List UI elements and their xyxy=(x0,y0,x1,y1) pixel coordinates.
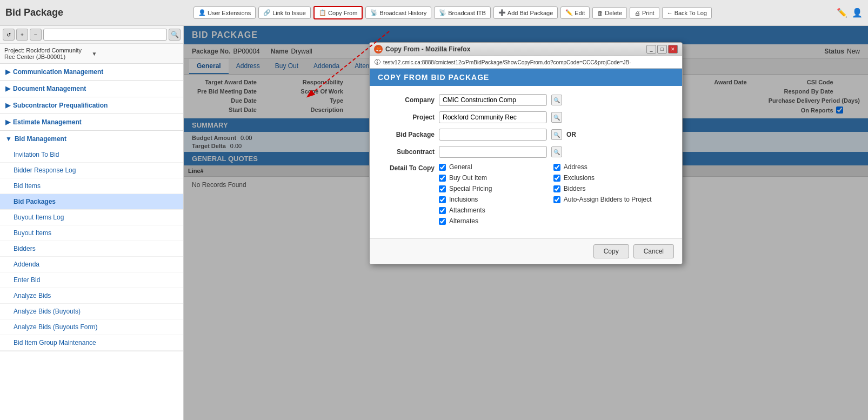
broadcast-itb-icon: 📡 xyxy=(439,9,446,16)
checkbox-exclusions[interactable]: Exclusions xyxy=(553,174,652,182)
project-row: Project 🔍 xyxy=(380,111,671,123)
modal-maximize-button[interactable]: □ xyxy=(657,45,667,54)
checkbox-address[interactable]: Address xyxy=(553,163,652,171)
firefox-icon: 🦊 xyxy=(374,45,383,54)
sidebar-item-invitation-to-bid[interactable]: Invitation To Bid xyxy=(0,147,183,163)
buy-out-item-checkbox[interactable] xyxy=(439,175,446,182)
checkbox-attachments[interactable]: Attachments xyxy=(439,206,537,214)
back-icon: ← xyxy=(667,10,673,16)
sidebar-item-buyout-items[interactable]: Buyout Items xyxy=(0,225,183,241)
modal-controls: _ □ ✕ xyxy=(646,45,678,54)
page-title: Bid Package xyxy=(5,7,63,18)
sidebar-item-buyout-items-log[interactable]: Buyout Items Log xyxy=(0,210,183,225)
project-name: Project: Rockford Community Rec Center (… xyxy=(4,47,92,60)
subcontract-label: Subcontract xyxy=(380,148,435,156)
person-icon[interactable]: 👤 xyxy=(852,8,863,18)
user-extensions-button[interactable]: 👤 User Extensions xyxy=(193,6,256,19)
copy-from-button[interactable]: 📋 Copy From xyxy=(313,6,363,19)
sidebar-section-header-communication[interactable]: ▶ Communication Management xyxy=(0,64,183,80)
sidebar-section-header-bid[interactable]: ▼ Bid Management xyxy=(0,131,183,147)
sidebar-item-bid-item-group[interactable]: Bid Item Group Maintenance xyxy=(0,335,183,351)
sidebar-item-analyze-bids[interactable]: Analyze Bids xyxy=(0,288,183,304)
top-bar-icons: ✏️ 👤 xyxy=(837,8,863,18)
checkbox-auto-assign[interactable]: Auto-Assign Bidders to Project xyxy=(553,196,652,203)
modal-close-button[interactable]: ✕ xyxy=(668,45,678,54)
alternates-checkbox[interactable] xyxy=(439,218,446,225)
subcontract-input[interactable] xyxy=(439,146,547,158)
company-input[interactable] xyxy=(439,94,547,106)
sidebar-search-icon[interactable]: 🔍 xyxy=(169,29,181,41)
sidebar-section-header-estimate[interactable]: ▶ Estimate Management xyxy=(0,114,183,130)
sidebar-item-analyze-bids-buyouts-form[interactable]: Analyze Bids (Buyouts Form) xyxy=(0,319,183,335)
sidebar-item-addenda[interactable]: Addenda xyxy=(0,257,183,272)
edit-button[interactable]: ✏️ Edit xyxy=(560,6,590,19)
sidebar-item-bidder-response-log[interactable]: Bidder Response Log xyxy=(0,163,183,178)
special-pricing-checkbox[interactable] xyxy=(439,185,446,192)
chevron-down-icon: ▼ xyxy=(92,51,179,57)
chevron-right-icon: ▶ xyxy=(5,118,10,126)
company-search-button[interactable]: 🔍 xyxy=(551,95,562,105)
checkbox-buy-out-item[interactable]: Buy Out Item xyxy=(439,174,537,182)
bid-package-search-button[interactable]: 🔍 xyxy=(551,129,562,140)
print-button[interactable]: 🖨 Print xyxy=(630,7,659,19)
cancel-button[interactable]: Cancel xyxy=(633,244,674,258)
subcontract-row: Subcontract 🔍 xyxy=(380,146,671,158)
detail-to-copy-row: Detail To Copy General Address xyxy=(380,163,671,225)
company-label: Company xyxy=(380,96,435,104)
sidebar: ↺ + − 🔍 Project: Rockford Community Rec … xyxy=(0,26,184,420)
modal-url-text: testv12.cmic.ca:8888/cmictest12c/PmBidPa… xyxy=(383,59,678,65)
sidebar-resizer[interactable] xyxy=(181,26,183,420)
sidebar-refresh-button[interactable]: ↺ xyxy=(3,29,15,41)
general-checkbox[interactable] xyxy=(439,164,446,171)
modal-minimize-button[interactable]: _ xyxy=(646,45,656,54)
sidebar-search-input[interactable] xyxy=(43,29,167,41)
content-area: BID PACKAGE Package No. BP00004 Name Dry… xyxy=(184,26,868,420)
checkbox-inclusions[interactable]: Inclusions xyxy=(439,196,537,203)
link-to-issue-button[interactable]: 🔗 Link to Issue xyxy=(258,6,311,19)
sidebar-section-document: ▶ Document Management xyxy=(0,81,183,97)
broadcast-itb-button[interactable]: 📡 Broadcast ITB xyxy=(434,6,491,19)
sidebar-section-estimate: ▶ Estimate Management xyxy=(0,114,183,131)
project-input[interactable] xyxy=(439,111,547,123)
sidebar-item-analyze-bids-buyouts[interactable]: Analyze Bids (Buyouts) xyxy=(0,304,183,319)
checkboxes-grid: General Address Buy Out Item xyxy=(439,163,652,225)
add-icon: ➕ xyxy=(498,9,506,16)
exclusions-checkbox[interactable] xyxy=(553,175,560,182)
pencil-icon[interactable]: ✏️ xyxy=(837,8,847,18)
sidebar-add-button[interactable]: + xyxy=(16,29,28,41)
add-bid-package-button[interactable]: ➕ Add Bid Package xyxy=(493,6,558,19)
sidebar-section-header-document[interactable]: ▶ Document Management xyxy=(0,81,183,97)
bid-package-input[interactable] xyxy=(439,129,547,141)
copy-button[interactable]: Copy xyxy=(593,244,629,258)
project-search-button[interactable]: 🔍 xyxy=(551,112,562,123)
checkbox-bidders[interactable]: Bidders xyxy=(553,185,652,192)
url-security-icon: 🛈 xyxy=(374,58,380,66)
broadcast-history-button[interactable]: 📡 Broadcast History xyxy=(365,6,431,19)
inclusions-checkbox[interactable] xyxy=(439,196,446,203)
or-text: OR xyxy=(566,131,576,138)
modal-title: Copy From - Mozilla Firefox xyxy=(385,45,644,53)
sidebar-item-enter-bid[interactable]: Enter Bid xyxy=(0,272,183,288)
modal-url-bar: 🛈 testv12.cmic.ca:8888/cmictest12c/PmBid… xyxy=(370,56,682,69)
bidders-checkbox[interactable] xyxy=(553,185,560,192)
checkbox-alternates[interactable]: Alternates xyxy=(439,217,537,225)
sidebar-item-bidders[interactable]: Bidders xyxy=(0,241,183,257)
chevron-right-icon: ▶ xyxy=(5,85,10,92)
sidebar-item-bid-items[interactable]: Bid Items xyxy=(0,178,183,194)
sidebar-item-bid-packages[interactable]: Bid Packages xyxy=(0,194,183,210)
top-bar: Bid Package 👤 User Extensions 🔗 Link to … xyxy=(0,0,868,26)
modal-content: COPY FROM BID PACKAGE Company 🔍 Project xyxy=(370,69,682,264)
back-to-log-button[interactable]: ← Back To Log xyxy=(662,7,712,19)
project-selector[interactable]: Project: Rockford Community Rec Center (… xyxy=(0,44,183,64)
delete-button[interactable]: 🗑 Delete xyxy=(592,7,627,19)
sidebar-section-header-subcontractor[interactable]: ▶ Subcontractor Prequalification xyxy=(0,97,183,114)
checkbox-general[interactable]: General xyxy=(439,163,537,171)
subcontract-search-button[interactable]: 🔍 xyxy=(551,146,562,157)
sidebar-minus-button[interactable]: − xyxy=(30,29,42,41)
attachments-checkbox[interactable] xyxy=(439,207,446,214)
auto-assign-checkbox[interactable] xyxy=(553,196,560,203)
address-checkbox[interactable] xyxy=(553,164,560,171)
checkbox-special-pricing[interactable]: Special Pricing xyxy=(439,185,537,192)
detail-to-copy-label: Detail To Copy xyxy=(380,163,435,172)
modal-window: 🦊 Copy From - Mozilla Firefox _ □ ✕ 🛈 te… xyxy=(369,42,683,264)
